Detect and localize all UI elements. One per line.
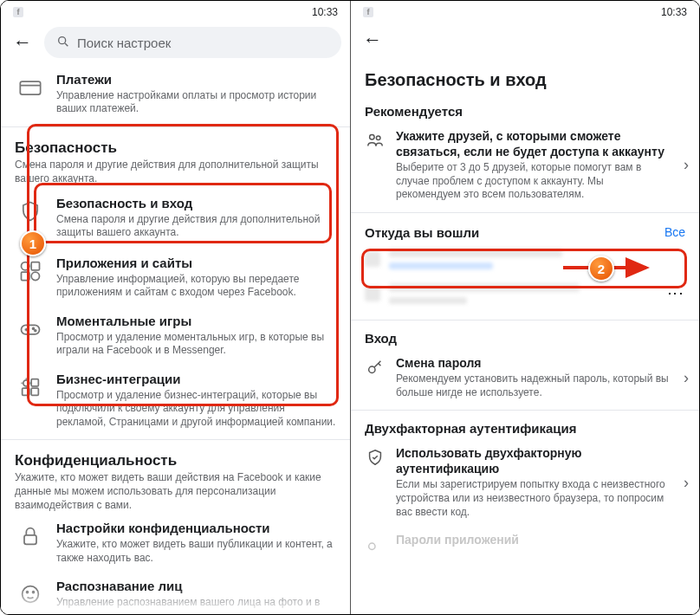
svg-point-0 — [59, 36, 66, 43]
svg-point-12 — [35, 330, 36, 332]
svg-point-13 — [23, 380, 29, 386]
left-phone: f 10:33 ← Поиск настроек Платежи Управле… — [1, 1, 350, 614]
item-desc: Укажите, кто может видеть ваши публикаци… — [56, 538, 336, 565]
svg-rect-14 — [31, 379, 38, 386]
status-time: 10:33 — [661, 6, 687, 18]
svg-rect-2 — [20, 81, 40, 94]
svg-rect-17 — [24, 535, 36, 545]
chevron-right-icon: › — [680, 156, 692, 174]
section-title: Двухфакторная аутентификация — [365, 421, 685, 436]
item-desc: Просмотр и удаление бизнес-интеграций, к… — [56, 389, 336, 430]
svg-point-4 — [22, 262, 29, 270]
section-title: Безопасность — [15, 139, 336, 157]
shield-icon — [15, 196, 46, 227]
back-arrow-icon[interactable]: ← — [360, 27, 386, 53]
header: ← — [351, 23, 699, 56]
svg-rect-6 — [22, 272, 29, 280]
svg-point-23 — [376, 136, 380, 140]
item-title: Безопасность и вход — [56, 196, 336, 212]
item-title: Укажите друзей, с которыми сможете связа… — [396, 129, 670, 159]
settings-item-privacy-settings[interactable]: Настройки конфиденциальности Укажите, кт… — [1, 514, 350, 572]
item-title: Настройки конфиденциальности — [56, 521, 336, 537]
status-bar: f 10:33 — [1, 1, 350, 23]
section-title: Рекомендуется — [365, 104, 685, 119]
status-time: 10:33 — [312, 6, 338, 18]
item-desc: Управление распознаванием вашего лица на… — [56, 596, 336, 614]
session-row[interactable]: ⋮ — [351, 276, 699, 311]
svg-rect-5 — [31, 262, 39, 270]
see-all-link[interactable]: Все — [664, 225, 685, 239]
face-icon — [15, 579, 46, 610]
svg-point-7 — [31, 272, 39, 280]
key-icon — [365, 356, 386, 377]
friends-icon — [365, 129, 386, 150]
section-recommended: Рекомендуется — [351, 97, 699, 122]
chevron-right-icon: › — [680, 369, 692, 387]
gear-grid-icon — [15, 372, 46, 403]
divider — [351, 212, 699, 213]
item-desc: Просмотр и удаление моментальных игр, в … — [56, 331, 336, 358]
back-arrow-icon[interactable]: ← — [10, 29, 36, 55]
annotation-marker-1: 1 — [20, 230, 46, 256]
divider — [351, 320, 699, 320]
status-bar: f 10:33 — [351, 1, 699, 23]
item-title: Распознавание лиц — [56, 579, 336, 595]
lock-icon — [15, 521, 46, 552]
svg-point-20 — [33, 592, 35, 593]
section-where-logged-in: Откуда вы вошли Все — [351, 217, 699, 245]
chevron-right-icon: › — [680, 474, 692, 492]
item-title: Смена пароля — [396, 356, 670, 372]
section-title: Конфиденциальность — [15, 452, 336, 469]
more-menu-icon[interactable]: ⋮ — [666, 286, 685, 301]
divider — [1, 439, 350, 440]
section-two-factor: Двухфакторная аутентификация — [351, 414, 699, 439]
settings-item-apps-sites[interactable]: Приложения и сайты Управление информацие… — [1, 249, 350, 307]
search-icon — [56, 35, 70, 51]
item-title: Моментальные игры — [56, 314, 336, 330]
shield-check-icon — [365, 446, 386, 467]
item-title: Приложения и сайты — [56, 256, 336, 272]
search-placeholder: Поиск настроек — [77, 36, 171, 50]
search-header: ← Поиск настроек — [1, 23, 350, 65]
svg-rect-15 — [23, 388, 29, 395]
annotation-marker-2: 2 — [588, 256, 614, 282]
item-desc: Рекомендуем установить надежный пароль, … — [396, 372, 670, 399]
divider — [1, 126, 350, 127]
twofa-item-app-passwords[interactable]: Пароли приложений — [351, 526, 699, 560]
item-title: Пароли приложений — [396, 533, 692, 548]
gamepad-icon — [15, 314, 46, 345]
settings-item-instant-games[interactable]: Моментальные игры Просмотр и удаление мо… — [1, 307, 350, 365]
search-input[interactable]: Поиск настроек — [44, 27, 341, 58]
svg-point-11 — [33, 327, 35, 329]
item-desc: Управление информацией, которую вы перед… — [56, 273, 336, 300]
item-desc: Выберите от 3 до 5 друзей, которые помог… — [396, 161, 670, 202]
page-title: Безопасность и вход — [351, 56, 699, 97]
divider — [351, 410, 699, 411]
svg-rect-8 — [22, 325, 40, 334]
svg-point-19 — [27, 592, 29, 593]
section-login: Вход — [351, 324, 699, 349]
right-phone: f 10:33 ← Безопасность и вход Рекомендуе… — [350, 1, 699, 614]
svg-point-25 — [369, 543, 375, 549]
key-icon — [365, 533, 386, 554]
section-desc: Смена пароля и другие действия для допол… — [15, 159, 336, 185]
section-security: Безопасность Смена пароля и другие дейст… — [1, 131, 350, 187]
svg-point-22 — [370, 135, 375, 140]
svg-point-18 — [23, 586, 39, 603]
settings-item-face-recognition[interactable]: Распознавание лиц Управление распознаван… — [1, 572, 350, 614]
facebook-logo-icon: f — [363, 7, 373, 17]
item-desc: Управление настройками оплаты и просмотр… — [56, 89, 336, 116]
svg-line-1 — [65, 43, 68, 46]
login-item-change-password[interactable]: Смена пароля Рекомендуем установить наде… — [351, 349, 699, 407]
settings-item-business[interactable]: Бизнес-интеграции Просмотр и удаление би… — [1, 365, 350, 437]
settings-item-security-login[interactable]: Безопасность и вход Смена пароля и други… — [1, 187, 350, 249]
recommended-item-trusted-contacts[interactable]: Укажите друзей, с которыми сможете связа… — [351, 122, 699, 209]
svg-point-24 — [369, 366, 375, 372]
item-desc: Если мы зарегистрируем попытку входа с н… — [396, 478, 670, 519]
item-desc: Смена пароля и другие действия для допол… — [56, 213, 336, 240]
twofa-item-use-2fa[interactable]: Использовать двухфакторную аутентификаци… — [351, 439, 699, 526]
section-privacy: Конфиденциальность Укажите, кто может ви… — [1, 443, 350, 514]
section-title: Откуда вы вошли — [365, 225, 479, 240]
item-title: Бизнес-интеграции — [56, 372, 336, 388]
settings-item-payments[interactable]: Платежи Управление настройками оплаты и … — [1, 65, 350, 123]
